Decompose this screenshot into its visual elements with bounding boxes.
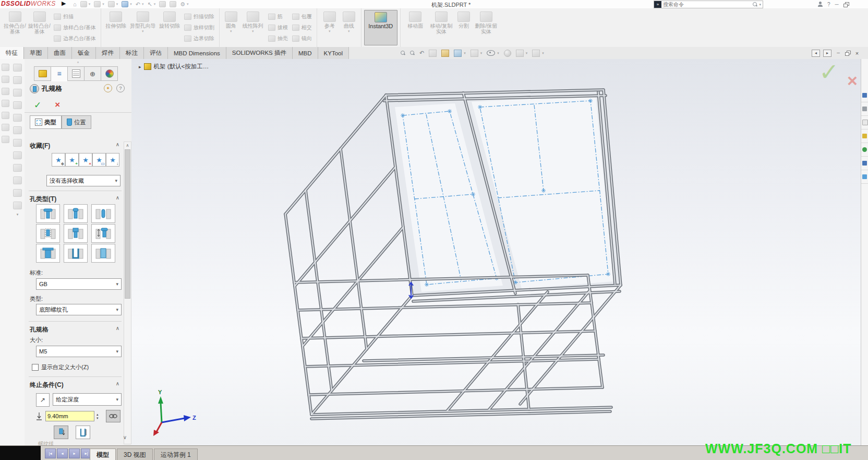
tab-features[interactable]: 特征 <box>0 47 24 59</box>
apply-scene-icon[interactable] <box>516 50 524 57</box>
tool-icon[interactable] <box>2 64 9 71</box>
depth-spinner[interactable]: ▴▾ <box>97 413 99 420</box>
tool-icon[interactable] <box>13 114 22 122</box>
zoom-fit-icon[interactable] <box>401 51 405 55</box>
delete-keep-body-button[interactable]: 删除/保留实体 <box>473 10 500 45</box>
tool-icon[interactable] <box>13 101 22 109</box>
move-face-button[interactable]: 移动面 <box>403 10 428 45</box>
pane-left-icon[interactable]: ◂ <box>812 50 820 57</box>
doc-restore-button[interactable] <box>845 51 850 55</box>
reference-geometry-button[interactable]: 参考▾ <box>320 10 340 45</box>
add-favorite-button[interactable]: ★+ <box>65 153 79 167</box>
file-explorer-icon[interactable] <box>861 116 868 129</box>
rebuild-button[interactable] <box>159 1 166 7</box>
hole-spec-header[interactable]: 孔规格∧ <box>30 325 119 334</box>
search-icon[interactable] <box>753 2 757 7</box>
intersect-button[interactable]: 相交 <box>292 23 312 31</box>
wrap-button[interactable]: 包覆 <box>292 13 312 20</box>
undo-dropdown-icon[interactable]: ▾ <box>142 2 144 6</box>
pane-right-icon[interactable]: ▸ <box>823 50 831 57</box>
edit-appearance-icon[interactable] <box>504 50 511 57</box>
hole-type-dropdown[interactable]: 底部螺纹孔▾ <box>36 304 122 315</box>
draft-button[interactable]: 拔模 <box>268 23 288 31</box>
move-copy-body-button[interactable]: 移动/复制实体 <box>428 10 455 45</box>
tool-icon[interactable] <box>13 151 22 159</box>
options-button[interactable]: ⚙ <box>180 1 185 8</box>
restore-button[interactable] <box>843 2 849 7</box>
tab-annotation[interactable]: 标注 <box>120 47 144 59</box>
tab-motion-study[interactable]: 运动算例 1 <box>154 449 198 460</box>
tab-surfaces[interactable]: 曲面 <box>48 47 72 59</box>
search-input[interactable] <box>661 2 753 7</box>
favorites-dropdown[interactable]: 没有选择收藏▾ <box>46 175 120 186</box>
revolved-cut-button[interactable]: 旋转切除 <box>158 10 182 45</box>
tab-weldments[interactable]: 焊件 <box>96 47 120 59</box>
shell-button[interactable]: 抽壳 <box>268 35 288 43</box>
tab-mbd[interactable]: MBD <box>293 47 318 59</box>
options-dropdown-icon[interactable]: ▾ <box>187 2 189 6</box>
rib-button[interactable]: 筋 <box>268 13 288 20</box>
graphics-viewport[interactable]: ▸ 机架 (默认<按加工… ✓ × <box>131 59 861 445</box>
doc-minimize-button[interactable]: ─ <box>835 50 842 56</box>
tool-icon[interactable] <box>2 100 9 107</box>
pin-icon[interactable]: ✦ <box>104 84 112 92</box>
tool-icon[interactable] <box>13 76 22 84</box>
tool-icon[interactable] <box>2 76 9 83</box>
fillet-button[interactable]: 圆角▾ <box>222 10 240 45</box>
property-manager-tab[interactable]: ≡ <box>51 66 68 81</box>
taper-tap-hole-button[interactable] <box>91 224 115 243</box>
section-view-icon[interactable] <box>429 50 437 57</box>
split-button[interactable]: 分割 <box>455 10 473 45</box>
linear-pattern-button[interactable]: 线性阵列▾ <box>240 10 266 45</box>
size-dropdown[interactable]: M5▾ <box>36 346 122 357</box>
tab-mbd-dimensions[interactable]: MBD Dimensions <box>168 47 226 59</box>
stepped-tap-hole-button[interactable] <box>64 224 88 243</box>
tab-3d-views[interactable]: 3D 视图 <box>117 449 153 460</box>
end-condition-dropdown[interactable]: 给定深度▾ <box>53 393 122 406</box>
hole-wizard-button[interactable]: 异型孔向导▾ <box>128 10 158 45</box>
plain-hole-button[interactable] <box>91 204 115 223</box>
tool-icon[interactable] <box>13 89 22 97</box>
select-dropdown-icon[interactable]: ▾ <box>154 2 156 6</box>
extruded-cut-button[interactable]: 拉伸切除 <box>104 10 128 45</box>
apply-defaults-button[interactable]: ★◆ <box>52 153 65 167</box>
delete-favorite-button[interactable]: ★× <box>79 153 92 167</box>
straight-tap-hole-button[interactable] <box>64 244 88 263</box>
tab-type[interactable]: 类型 <box>30 115 62 129</box>
lofted-cut-button[interactable]: 放样切割 <box>184 23 214 31</box>
tool-icon[interactable] <box>13 176 22 184</box>
tool-icon[interactable] <box>13 139 22 147</box>
save-button[interactable] <box>108 1 115 7</box>
link-dimension-button[interactable] <box>106 410 120 422</box>
scroll-up-icon[interactable]: ∧ <box>124 142 131 149</box>
tab-position[interactable]: 位置 <box>62 115 91 129</box>
design-library-icon[interactable] <box>861 102 868 116</box>
depth-input[interactable] <box>45 411 94 421</box>
ok-button[interactable]: ✓ <box>34 100 41 111</box>
configuration-manager-tab[interactable] <box>68 66 85 81</box>
new-dropdown-icon[interactable]: ▾ <box>89 2 91 6</box>
next-tab-button[interactable]: ▸ <box>69 449 80 458</box>
tool-icon[interactable] <box>13 64 22 72</box>
view-settings-icon[interactable] <box>532 50 540 57</box>
prev-tab-button[interactable]: ◂ <box>57 449 68 458</box>
select-button[interactable]: ↖ <box>147 1 152 8</box>
tool-icon[interactable] <box>13 164 22 172</box>
view-orientation-icon[interactable] <box>454 50 462 57</box>
cancel-button[interactable]: × <box>55 100 60 111</box>
pm-scrollbar[interactable]: ∧ <box>124 141 131 444</box>
wide-slot-hole-button[interactable] <box>91 244 115 263</box>
scroll-down-icon[interactable]: ∨ <box>122 434 128 441</box>
tab-sketch[interactable]: 草图 <box>24 47 48 59</box>
first-tab-button[interactable]: |◂ <box>45 449 56 458</box>
lofted-boss-button[interactable]: 放样凸台/基体 <box>54 23 96 31</box>
thread-depth-full-button[interactable] <box>76 426 90 439</box>
user-account-icon[interactable] <box>818 2 823 7</box>
instant3d-button[interactable]: Instant3D <box>364 10 397 45</box>
custom-properties-icon[interactable] <box>861 157 868 170</box>
load-favorite-button[interactable]: ★↓ <box>106 153 119 167</box>
model-canvas[interactable] <box>131 59 861 445</box>
pm-scrollbar-thumb[interactable] <box>125 149 130 299</box>
new-document-button[interactable] <box>80 1 87 7</box>
appearances-icon[interactable] <box>861 143 868 157</box>
